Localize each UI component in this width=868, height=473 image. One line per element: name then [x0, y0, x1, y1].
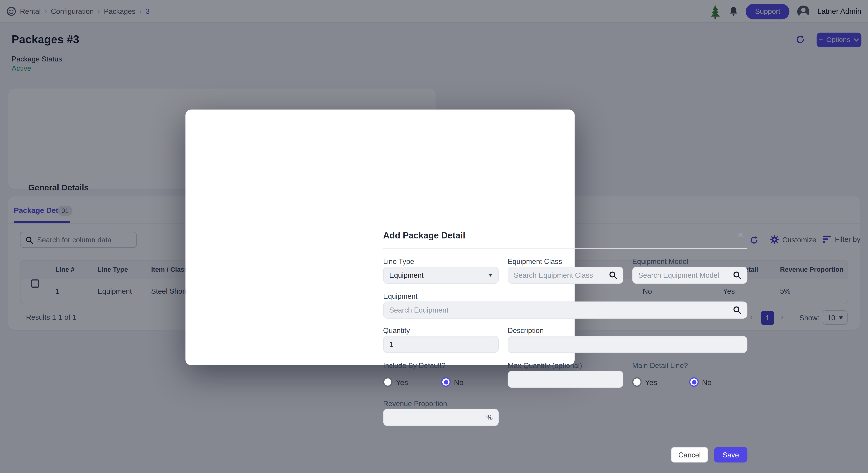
equipment-label: Equipment	[383, 292, 417, 301]
include-by-default-no-label[interactable]: No	[454, 378, 464, 387]
search-icon	[733, 271, 741, 279]
equipment-model-field	[632, 267, 747, 284]
add-package-detail-modal: Add Package Detail × Line Type Equipment…	[185, 109, 575, 365]
equipment-class-label: Equipment Class	[507, 257, 562, 266]
equipment-field	[383, 301, 747, 318]
max-quantity-field	[507, 371, 623, 388]
quantity-label: Quantity	[383, 326, 410, 335]
equipment-class-field	[507, 267, 623, 284]
include-by-default-no-radio[interactable]	[441, 377, 451, 386]
search-icon	[609, 271, 617, 279]
revenue-proportion-field: %	[383, 409, 499, 426]
line-type-select[interactable]: Equipment	[383, 267, 499, 284]
main-detail-line-yes-radio[interactable]	[632, 377, 642, 386]
modal-divider	[383, 248, 747, 249]
quantity-input[interactable]	[389, 340, 493, 348]
max-quantity-label: Max Quantity (optional)	[507, 361, 582, 370]
revenue-proportion-label: Revenue Proportion	[383, 400, 447, 408]
max-quantity-input[interactable]	[514, 375, 617, 383]
percent-suffix: %	[486, 413, 493, 421]
save-button[interactable]: Save	[714, 447, 747, 463]
equipment-model-label: Equipment Model	[632, 257, 688, 266]
main-detail-line-no-label[interactable]: No	[702, 378, 712, 387]
description-label: Description	[507, 326, 544, 335]
cancel-button[interactable]: Cancel	[671, 447, 708, 463]
main-detail-line-label: Main Detail Line?	[632, 361, 688, 370]
app-root: Rental › Configuration › Packages › 3	[0, 0, 868, 473]
description-field	[507, 336, 747, 353]
main-detail-line-no-radio[interactable]	[689, 377, 699, 386]
main-detail-line-yes-label[interactable]: Yes	[645, 378, 657, 387]
modal-title: Add Package Detail	[383, 231, 465, 241]
equipment-model-input[interactable]	[638, 271, 728, 279]
equipment-class-input[interactable]	[514, 271, 605, 279]
description-input[interactable]	[514, 340, 741, 348]
include-by-default-yes-radio[interactable]	[383, 377, 392, 386]
search-icon	[733, 306, 741, 314]
line-type-label: Line Type	[383, 257, 414, 266]
line-type-value: Equipment	[389, 271, 484, 279]
revenue-proportion-input[interactable]	[389, 413, 482, 421]
include-by-default-yes-label[interactable]: Yes	[396, 378, 408, 387]
close-icon[interactable]: ×	[737, 230, 744, 240]
quantity-field	[383, 336, 499, 353]
caret-down-icon	[488, 274, 493, 277]
include-by-default-label: Include By Default?	[383, 361, 445, 370]
equipment-input[interactable]	[389, 306, 728, 314]
